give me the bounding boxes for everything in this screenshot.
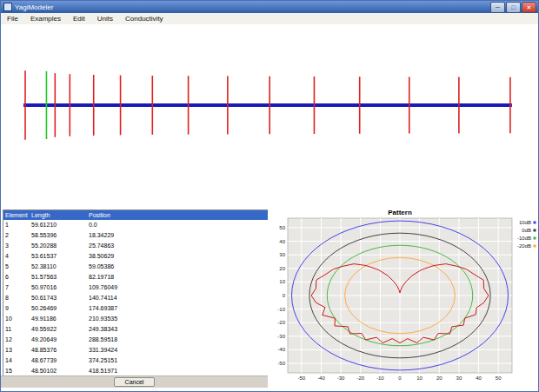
svg-text:-40: -40	[277, 347, 285, 352]
table-row[interactable]: 355.2028825.74863	[3, 241, 268, 251]
svg-text:-10: -10	[277, 307, 285, 312]
table-header-row: Element Length Position	[3, 210, 268, 220]
table-row[interactable]: 850.61743140.74114	[3, 293, 268, 303]
table-row[interactable]: 651.5756382.19718	[3, 272, 268, 282]
table-row[interactable]: 1149.55922249.38343	[3, 324, 268, 335]
maximize-button[interactable]: □	[506, 2, 521, 13]
legend-label: -10dB	[517, 236, 531, 241]
svg-text:-50: -50	[277, 361, 285, 366]
element-table-panel: Element Length Position 159.612100.0258.…	[3, 209, 269, 377]
minimize-button[interactable]: ─	[490, 2, 505, 13]
svg-text:-20: -20	[277, 320, 285, 325]
svg-text:50: 50	[279, 225, 285, 230]
svg-text:0: 0	[283, 293, 286, 298]
svg-text:0: 0	[398, 375, 402, 381]
table-row[interactable]: 453.6153738.50629	[3, 251, 268, 262]
svg-text:-30: -30	[277, 334, 285, 339]
legend-marker	[533, 229, 536, 232]
table-row[interactable]: 1049.91186210.93535	[3, 314, 268, 324]
table-row[interactable]: 950.26469174.69387	[3, 303, 268, 314]
title-bar[interactable]: YagiModeler ─ □ ✕	[1, 1, 538, 13]
menu-item-file[interactable]: File	[1, 13, 24, 24]
svg-text:-20: -20	[356, 375, 364, 381]
svg-text:30: 30	[279, 252, 285, 257]
svg-text:-10: -10	[376, 375, 384, 381]
legend-label: 0dB	[522, 228, 531, 233]
svg-text:50: 50	[496, 375, 502, 381]
antenna-diagram	[1, 24, 538, 205]
app-window: YagiModeler ─ □ ✕ FileExamplesEditUnitsC…	[0, 0, 539, 392]
table-row[interactable]: 258.5539618.34229	[3, 230, 268, 241]
svg-text:-30: -30	[337, 375, 345, 381]
svg-text:40: 40	[476, 375, 482, 381]
svg-text:20: 20	[436, 375, 443, 381]
svg-text:20: 20	[279, 266, 285, 271]
element-table: Element Length Position 159.612100.0258.…	[3, 210, 268, 376]
table-row[interactable]: 1249.20649288.59518	[3, 335, 268, 345]
chart-title: Pattern	[388, 209, 412, 216]
legend-label: -20dB	[517, 243, 531, 249]
app-icon	[3, 3, 12, 11]
bottom-strip: Cancel	[1, 375, 268, 388]
column-header-element: Element	[3, 210, 30, 220]
legend-marker	[533, 221, 536, 224]
element-table-body: 159.612100.0258.5539618.34229355.2028825…	[3, 220, 268, 376]
menu-bar: FileExamplesEditUnitsConductivity	[1, 13, 538, 25]
table-row[interactable]: 1348.85376331.39424	[3, 345, 268, 355]
table-row[interactable]: 750.97016109.76049	[3, 282, 268, 293]
svg-text:10: 10	[416, 375, 423, 381]
legend-label: 10dB	[519, 220, 531, 225]
svg-text:-40: -40	[317, 375, 325, 381]
pattern-chart: -50-40-30-20-100102030405050403020100-10…	[268, 208, 538, 391]
table-row[interactable]: 1448.67739374.25151	[3, 355, 268, 366]
column-header-length: Length	[30, 210, 87, 220]
legend-marker	[533, 244, 536, 248]
cancel-button[interactable]: Cancel	[114, 377, 156, 387]
close-button[interactable]: ✕	[522, 2, 536, 13]
table-row[interactable]: 159.612100.0	[3, 220, 268, 230]
menu-item-conductivity[interactable]: Conductivity	[119, 13, 170, 24]
legend-marker	[533, 236, 536, 240]
table-row[interactable]: 552.3811059.05386	[3, 262, 268, 272]
menu-item-edit[interactable]: Edit	[67, 13, 91, 24]
svg-text:10: 10	[279, 279, 285, 284]
menu-item-examples[interactable]: Examples	[24, 13, 67, 24]
column-header-position: Position	[87, 210, 268, 220]
svg-text:40: 40	[279, 239, 285, 244]
svg-text:-50: -50	[298, 375, 306, 381]
svg-text:30: 30	[456, 375, 462, 381]
menu-item-units[interactable]: Units	[91, 13, 119, 24]
window-title: YagiModeler	[15, 3, 490, 11]
